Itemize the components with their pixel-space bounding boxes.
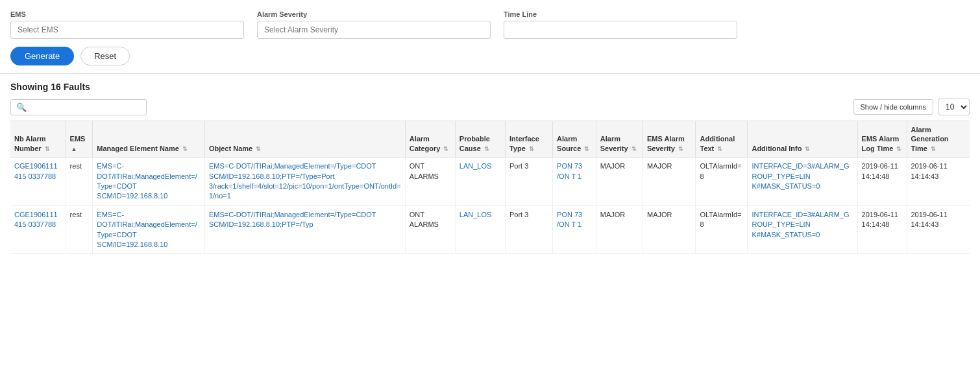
table-row: CGE1906111415 0337788restEMS=C-DOT/ITIRa…: [10, 158, 970, 206]
table-cell: PON 73 /ON T 1: [553, 158, 596, 206]
severity-input[interactable]: [257, 21, 491, 39]
table-cell: 2019-06-11 14:14:48: [857, 206, 907, 254]
filters-row: EMS Alarm Severity Time Line -30d: [10, 10, 970, 39]
sort-icon-alarm-generation-time: ⇅: [931, 146, 936, 154]
table-cell: 2019-06-11 14:14:48: [857, 158, 907, 206]
table-cell: EMS=C-DOT/ITIRai;ManagedElement=/Type=CD…: [93, 158, 205, 206]
table-cell: 2019-06-11 14:14:43: [907, 206, 970, 254]
sort-icon-nb-alarm: ⇅: [45, 146, 50, 154]
table-cell: LAN_LOS: [455, 158, 505, 206]
timeline-input[interactable]: -30d: [504, 21, 737, 39]
sort-icon-additional-text: ⇅: [717, 146, 722, 154]
sort-icon-alarm-source: ⇅: [584, 146, 589, 154]
table-cell: rest: [66, 158, 93, 206]
page-size-select[interactable]: 10 25 50: [938, 99, 970, 115]
sort-icon-ems-alarm-log-time: ⇅: [896, 146, 901, 154]
col-header-object-name[interactable]: Object Name ⇅: [204, 121, 405, 158]
table-cell: EMS=C-DOT/ITIRai;ManagedElement=/Type=CD…: [204, 206, 405, 254]
col-header-nb-alarm-number[interactable]: Nb Alarm Number ⇅: [10, 121, 66, 158]
table-cell: OLTAlarmId=8: [696, 206, 748, 254]
col-header-alarm-severity[interactable]: Alarm Severity ⇅: [596, 121, 643, 158]
table-cell: ONT ALARMS: [405, 206, 455, 254]
ems-filter-group: EMS: [10, 10, 244, 39]
content-area: Showing 16 Faults 🔍 Show / hide columns …: [0, 74, 980, 262]
table-cell: rest: [66, 206, 93, 254]
show-hide-columns-button[interactable]: Show / hide columns: [853, 99, 934, 115]
showing-label: Showing 16 Faults: [10, 82, 970, 92]
generate-button[interactable]: Generate: [10, 47, 74, 65]
sort-icon-probable-cause: ⇅: [484, 146, 489, 154]
search-input[interactable]: [30, 102, 141, 112]
top-bar: EMS Alarm Severity Time Line -30d Genera…: [0, 0, 980, 74]
table-cell: LAN_LOS: [455, 206, 505, 254]
severity-filter-group: Alarm Severity: [257, 10, 491, 39]
col-header-alarm-category[interactable]: Alarm Category ⇅: [405, 121, 455, 158]
table-cell: MAJOR: [643, 206, 696, 254]
table-row: CGE1906111415 0337788restEMS=C-DOT/ITIRa…: [10, 206, 970, 254]
table-cell: MAJOR: [596, 206, 643, 254]
table-cell: MAJOR: [643, 158, 696, 206]
sort-icon-ems-alarm-severity: ⇅: [678, 146, 683, 154]
ems-input[interactable]: [10, 21, 244, 39]
col-header-alarm-generation-time[interactable]: Alarm Generation Time ⇅: [907, 121, 970, 158]
severity-label: Alarm Severity: [257, 10, 491, 18]
toolbar: 🔍 Show / hide columns 10 25 50: [10, 99, 970, 115]
col-header-ems[interactable]: EMS ▲: [66, 121, 93, 158]
timeline-label: Time Line: [504, 10, 737, 18]
sort-icon-additional-info: ⇅: [805, 146, 810, 154]
table-cell: CGE1906111415 0337788: [10, 206, 66, 254]
table-cell: INTERFACE_ID=3#ALARM_GROUP_TYPE=LIN K#MA…: [748, 158, 857, 206]
col-header-probable-cause[interactable]: Probable Cause ⇅: [455, 121, 505, 158]
sort-icon-interface-type: ⇅: [529, 146, 534, 154]
table-cell: Port 3: [505, 158, 552, 206]
table-cell: PON 73 /ON T 1: [553, 206, 596, 254]
col-header-alarm-source[interactable]: Alarm Source ⇅: [553, 121, 596, 158]
right-toolbar: Show / hide columns 10 25 50: [853, 99, 970, 115]
table-cell: MAJOR: [596, 158, 643, 206]
buttons-row: Generate Reset: [10, 47, 970, 65]
faults-table: Nb Alarm Number ⇅ EMS ▲ Managed Element …: [10, 121, 970, 254]
table-cell: 2019-06-11 14:14:43: [907, 158, 970, 206]
table-body: CGE1906111415 0337788restEMS=C-DOT/ITIRa…: [10, 158, 970, 254]
table-cell: OLTAlarmId=8: [696, 158, 748, 206]
table-cell: CGE1906111415 0337788: [10, 158, 66, 206]
sort-icon-ems: ▲: [71, 146, 77, 154]
col-header-ems-alarm-log-time[interactable]: EMS Alarm Log Time ⇅: [857, 121, 907, 158]
search-box[interactable]: 🔍: [10, 99, 147, 115]
table-header-row: Nb Alarm Number ⇅ EMS ▲ Managed Element …: [10, 121, 970, 158]
sort-icon-alarm-category: ⇅: [443, 146, 448, 154]
col-header-additional-text[interactable]: Additional Text ⇅: [696, 121, 748, 158]
table-cell: ONT ALARMS: [405, 158, 455, 206]
col-header-managed-element-name[interactable]: Managed Element Name ⇅: [93, 121, 205, 158]
col-header-interface-type[interactable]: Interface Type ⇅: [505, 121, 552, 158]
table-cell: INTERFACE_ID=3#ALARM_GROUP_TYPE=LIN K#MA…: [748, 206, 857, 254]
col-header-ems-alarm-severity[interactable]: EMS Alarm Severity ⇅: [643, 121, 696, 158]
search-icon: 🔍: [16, 102, 27, 112]
ems-label: EMS: [10, 10, 244, 18]
col-header-additional-info[interactable]: Additional Info ⇅: [748, 121, 857, 158]
table-cell: Port 3: [505, 206, 552, 254]
reset-button[interactable]: Reset: [80, 47, 130, 65]
sort-icon-managed-element: ⇅: [182, 146, 188, 154]
sort-icon-alarm-severity: ⇅: [631, 146, 637, 154]
table-cell: EMS=C-DOT/ITIRai;ManagedElement=/Type=CD…: [204, 158, 405, 206]
table-cell: EMS=C-DOT/ITIRai;ManagedElement=/Type=CD…: [93, 206, 205, 254]
sort-icon-object-name: ⇅: [256, 146, 261, 154]
timeline-filter-group: Time Line -30d: [504, 10, 737, 39]
